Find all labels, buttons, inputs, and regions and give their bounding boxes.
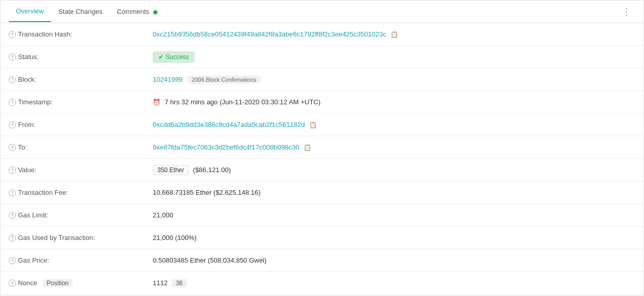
clock-icon: ⏰ (153, 99, 160, 106)
transaction-hash-help-icon[interactable]: ? (9, 31, 16, 38)
transaction-hash-label: ? Transaction Hash: (9, 30, 153, 38)
gas-price-label: ? Gas Price: (9, 256, 153, 264)
value-help-icon[interactable]: ? (9, 166, 16, 174)
gas-used-row: ? Gas Used by Transaction: 21,000 (100%) (1, 227, 643, 249)
gas-limit-value: 21,000 (153, 211, 635, 219)
main-container: Overview State Changes Comments ⋮ ? Tran… (0, 0, 644, 296)
info-table: ? Transaction Hash: 0xc215b9356db58ce054… (1, 23, 643, 294)
gas-used-label: ? Gas Used by Transaction: (9, 234, 153, 242)
block-row: ? Block: 10241999 2006 Block Confirmatio… (1, 68, 643, 91)
position-badge: Position (43, 279, 73, 287)
status-label: ? Status: (9, 53, 153, 61)
from-help-icon[interactable]: ? (9, 121, 16, 128)
more-options-button[interactable]: ⋮ (618, 6, 635, 17)
timestamp-help-icon[interactable]: ? (9, 99, 16, 106)
timestamp-row: ? Timestamp: ⏰ 7 hrs 32 mins ago (Jun-11… (1, 91, 643, 114)
ether-amount-box: 350 Ether (153, 165, 189, 175)
nonce-row: ? Nonce Position 1112 36 (1, 272, 643, 294)
gas-limit-row: ? Gas Limit: 21,000 (1, 204, 643, 227)
transaction-fee-help-icon[interactable]: ? (9, 189, 16, 196)
from-value: 0xcdd6a2b9dd3e386c8cd4a7ada5cab2f1c56118… (153, 121, 635, 128)
status-value: ✔ Success (153, 51, 635, 63)
gas-price-help-icon[interactable]: ? (9, 257, 16, 264)
block-label: ? Block: (9, 76, 153, 83)
copy-from-icon[interactable]: 📋 (309, 121, 317, 128)
nonce-help-icon[interactable]: ? (9, 280, 16, 287)
copy-to-icon[interactable]: 📋 (303, 144, 311, 151)
to-address-link[interactable]: 0xe87fda75fec7063c3d2bef6dc4f17c008b098c… (153, 143, 299, 151)
to-value: 0xe87fda75fec7063c3d2bef6dc4f17c008b098c… (153, 143, 635, 151)
value-label: ? Value: (9, 166, 153, 174)
gas-price-row: ? Gas Price: 0.50803485 Ether (508,034,8… (1, 249, 643, 272)
gas-limit-help-icon[interactable]: ? (9, 212, 16, 219)
tab-comments[interactable]: Comments (110, 2, 164, 22)
block-confirmations-badge: 2006 Block Confirmations (187, 76, 261, 84)
to-row: ? To: 0xe87fda75fec7063c3d2bef6dc4f17c00… (1, 136, 643, 159)
gas-used-help-icon[interactable]: ? (9, 234, 16, 242)
tab-overview[interactable]: Overview (9, 1, 51, 22)
tab-state-changes[interactable]: State Changes (51, 2, 110, 22)
gas-used-value: 21,000 (100%) (153, 234, 635, 242)
status-badge: ✔ Success (153, 51, 194, 63)
from-row: ? From: 0xcdd6a2b9dd3e386c8cd4a7ada5cab2… (1, 114, 643, 136)
nonce-label: ? Nonce Position (9, 279, 153, 287)
transaction-fee-row: ? Transaction Fee: 10,668.73185 Ether ($… (1, 181, 643, 204)
comments-dot (153, 10, 157, 14)
position-number-badge: 36 (172, 279, 187, 287)
status-row: ? Status: ✔ Success (1, 46, 643, 68)
status-help-icon[interactable]: ? (9, 53, 16, 61)
nonce-number: 1112 (153, 279, 168, 287)
copy-hash-icon[interactable]: 📋 (390, 31, 398, 38)
timestamp-value: ⏰ 7 hrs 32 mins ago (Jun-11-2020 03:30:1… (153, 98, 635, 106)
block-value: 10241999 2006 Block Confirmations (153, 76, 635, 84)
check-icon: ✔ (158, 53, 164, 61)
transaction-fee-value: 10,668.73185 Ether ($2,625,148.16) (153, 189, 635, 196)
gas-price-value: 0.50803485 Ether (508,034,850 Gwei) (153, 256, 635, 264)
transaction-hash-row: ? Transaction Hash: 0xc215b9356db58ce054… (1, 23, 643, 46)
value-row: ? Value: 350 Ether ($86,121.00) (1, 159, 643, 181)
value-usd: ($86,121.00) (193, 166, 231, 174)
to-help-icon[interactable]: ? (9, 144, 16, 151)
block-number-link[interactable]: 10241999 (153, 76, 183, 83)
block-help-icon[interactable]: ? (9, 76, 16, 83)
transaction-hash-link[interactable]: 0xc215b9356db58ce05412439f49a842f8a3abe6… (153, 30, 386, 38)
transaction-fee-label: ? Transaction Fee: (9, 189, 153, 196)
from-label: ? From: (9, 121, 153, 128)
value-value: 350 Ether ($86,121.00) (153, 165, 635, 175)
from-address-link[interactable]: 0xcdd6a2b9dd3e386c8cd4a7ada5cab2f1c56118… (153, 121, 305, 128)
to-label: ? To: (9, 143, 153, 151)
nonce-value: 1112 36 (153, 279, 635, 287)
gas-limit-label: ? Gas Limit: (9, 211, 153, 219)
timestamp-label: ? Timestamp: (9, 98, 153, 106)
transaction-hash-value: 0xc215b9356db58ce05412439f49a842f8a3abe6… (153, 30, 635, 38)
tab-bar: Overview State Changes Comments ⋮ (1, 1, 643, 23)
